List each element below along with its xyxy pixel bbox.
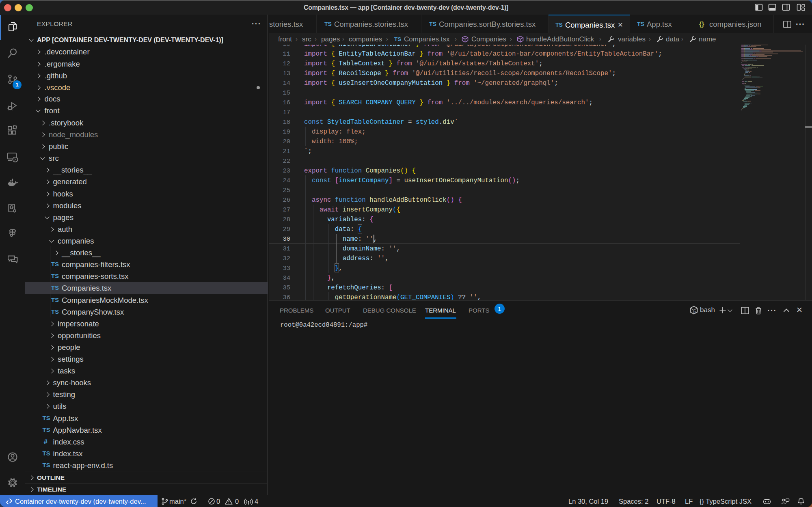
svg-text:$: $ — [695, 311, 696, 314]
